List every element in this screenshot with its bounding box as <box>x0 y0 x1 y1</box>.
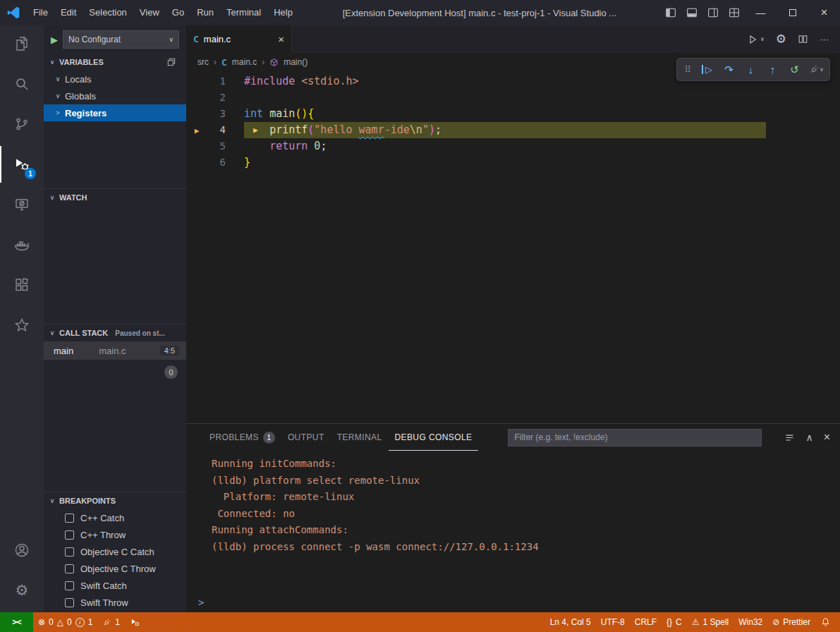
menu-file[interactable]: File <box>27 0 54 25</box>
breakpoint-checkbox[interactable] <box>65 547 74 557</box>
breakpoint-row[interactable]: Swift Catch <box>44 577 186 594</box>
formatter-indicator[interactable]: ⊘ Prettier <box>767 612 815 632</box>
tab-main-c[interactable]: C main.c × <box>186 25 292 53</box>
breakpoint-row[interactable]: Objective C Throw <box>44 560 186 577</box>
breadcrumb-folder[interactable]: src <box>197 57 209 67</box>
console-filter-input[interactable] <box>508 429 762 446</box>
step-over-button[interactable]: ↷ <box>719 60 739 79</box>
code-line[interactable]: 5 return 0; <box>186 138 840 154</box>
editor-settings-button[interactable]: ⚙ <box>776 32 786 47</box>
toggle-panel-button[interactable] <box>681 0 702 25</box>
close-panel-button[interactable]: × <box>824 431 830 444</box>
debug-configuration-dropdown[interactable]: No Configurat ∨ <box>63 30 179 49</box>
problems-status[interactable]: ⊗ 0 △ 0 i 1 <box>33 612 97 632</box>
activity-extensions[interactable] <box>0 267 44 303</box>
breakpoint-checkbox[interactable] <box>65 564 74 573</box>
variables-item-registers[interactable]: > Registers <box>44 104 186 121</box>
breadcrumb-file[interactable]: main.c <box>232 57 257 67</box>
language-indicator[interactable]: {} C <box>662 612 687 632</box>
call-stack-header[interactable]: ∨ CALL STACK Paused on st... <box>44 324 186 341</box>
breakpoint-checkbox[interactable] <box>65 514 74 523</box>
remote-indicator[interactable]: >< <box>0 612 33 632</box>
menu-run[interactable]: Run <box>190 0 220 25</box>
more-actions-button[interactable]: ··· <box>820 34 829 44</box>
code-line[interactable]: ▶4▶ printf("hello wamr-ide\n"); <box>186 122 840 138</box>
menu-edit[interactable]: Edit <box>54 0 83 25</box>
console-options-button[interactable] <box>784 432 795 443</box>
start-debugging-icon[interactable]: ▶ <box>51 35 58 45</box>
menu-terminal[interactable]: Terminal <box>220 0 267 25</box>
breakpoints-header[interactable]: ∨ BREAKPOINTS <box>44 492 186 509</box>
restart-button[interactable]: ↺ <box>784 60 805 79</box>
code-text[interactable]: return 0; <box>244 138 327 154</box>
eol-indicator[interactable]: CRLF <box>630 612 662 632</box>
debug-console-output[interactable]: Running initCommands:(lldb) platform sel… <box>186 451 840 592</box>
panel-tab-output[interactable]: OUTPUT <box>281 424 331 451</box>
editor-group: C main.c × ∨ ⚙ ··· src <box>186 25 840 612</box>
code-line[interactable]: 6} <box>186 154 840 171</box>
variables-header[interactable]: ∨ VARIABLES <box>44 54 186 71</box>
activity-run-debug[interactable]: 1 <box>0 146 44 183</box>
ports-count: 1 <box>115 617 120 627</box>
code-text[interactable]: ▶ printf("hello wamr-ide\n"); <box>244 122 766 138</box>
toggle-primary-sidebar-button[interactable] <box>660 0 681 25</box>
activity-remote-explorer[interactable] <box>0 186 44 223</box>
cursor-position[interactable]: Ln 4, Col 5 <box>545 612 596 632</box>
variables-item-globals[interactable]: ∨ Globals <box>44 87 186 104</box>
activity-source-control[interactable] <box>0 106 44 142</box>
toolbar-drag-handle[interactable]: ⠿ <box>680 60 695 79</box>
breakpoint-row[interactable]: C++ Throw <box>44 526 186 543</box>
step-out-button[interactable]: ↑ <box>762 60 783 79</box>
maximize-panel-button[interactable]: ∧ <box>805 432 812 443</box>
account-button[interactable] <box>0 532 44 569</box>
activity-search[interactable] <box>0 66 44 102</box>
settings-button[interactable]: ⚙ <box>0 572 44 609</box>
customize-layout-button[interactable] <box>724 0 745 25</box>
breakpoint-row[interactable]: C++ Catch <box>44 509 186 526</box>
code-text[interactable]: int main(){ <box>244 106 314 122</box>
notifications-button[interactable] <box>815 612 836 632</box>
watch-header[interactable]: ∨ WATCH <box>44 189 186 206</box>
continue-button[interactable]: ▷ <box>697 60 717 79</box>
split-editor-button[interactable] <box>798 34 808 44</box>
menu-view[interactable]: View <box>133 0 166 25</box>
activity-docker[interactable] <box>0 226 44 263</box>
close-button[interactable]: × <box>808 0 840 25</box>
panel-tab-debug-console[interactable]: DEBUG CONSOLE <box>389 424 479 451</box>
code-editor[interactable]: 1#include <stdio.h>23int main(){▶4▶ prin… <box>186 71 840 423</box>
menu-go[interactable]: Go <box>166 0 190 25</box>
code-line[interactable]: 2 <box>186 90 840 106</box>
code-text[interactable]: #include <stdio.h> <box>244 73 359 90</box>
activity-explorer[interactable] <box>0 25 44 62</box>
activity-favorites[interactable] <box>0 307 44 344</box>
close-tab-icon[interactable]: × <box>278 33 284 45</box>
variables-item-locals[interactable]: ∨ Locals <box>44 71 186 87</box>
platform-indicator[interactable]: Win32 <box>734 612 767 632</box>
step-into-button[interactable]: ↓ <box>741 60 761 79</box>
disconnect-button[interactable]: ∨ <box>806 60 827 79</box>
panel-tab-terminal[interactable]: TERMINAL <box>331 424 389 451</box>
breadcrumb-symbol[interactable]: main() <box>284 57 308 67</box>
menu-selection[interactable]: Selection <box>83 0 133 25</box>
encoding-indicator[interactable]: UTF-8 <box>596 612 630 632</box>
breakpoint-checkbox[interactable] <box>65 598 74 607</box>
breakpoint-gutter[interactable]: ▶ <box>186 122 207 139</box>
debug-status[interactable] <box>125 612 145 632</box>
spell-checker-status[interactable]: ⚠ 1 Spell <box>687 612 734 632</box>
breakpoint-row[interactable]: Objective C Catch <box>44 543 186 560</box>
stack-frame-row[interactable]: main main.c 4:5 <box>44 341 186 360</box>
code-text[interactable]: } <box>244 154 250 171</box>
run-or-debug-button[interactable]: ∨ <box>748 34 765 45</box>
code-line[interactable]: 3int main(){ <box>186 106 840 122</box>
maximize-button[interactable] <box>777 0 808 25</box>
menu-help[interactable]: Help <box>267 0 299 25</box>
minimize-button[interactable]: — <box>745 0 777 25</box>
breakpoint-checkbox[interactable] <box>65 581 74 590</box>
panel-tab-problems[interactable]: PROBLEMS 1 <box>203 424 281 451</box>
breakpoint-row[interactable]: Swift Throw <box>44 594 186 611</box>
breakpoint-checkbox[interactable] <box>65 530 74 540</box>
debug-console-input[interactable]: > <box>186 592 840 612</box>
ports-status[interactable]: 1 <box>97 612 125 632</box>
variables-view-action-button[interactable] <box>166 57 176 67</box>
toggle-secondary-sidebar-button[interactable] <box>702 0 724 25</box>
